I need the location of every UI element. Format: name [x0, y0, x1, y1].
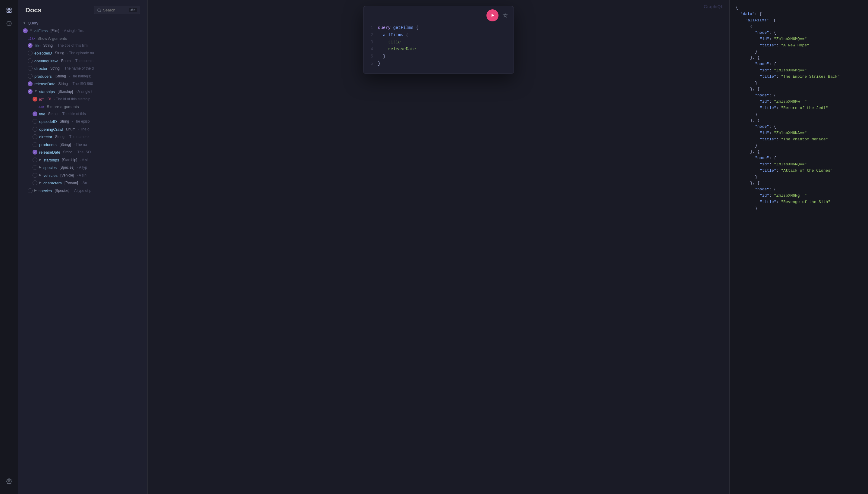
sub-characters-expand: ▶: [39, 180, 42, 185]
node1-close: }: [736, 49, 862, 55]
title-check: ✓: [28, 43, 33, 48]
openingcrawl-name: openingCrawl: [34, 58, 58, 64]
main-area: GraphiQL 1 query getFilms { 2 allFilm: [148, 0, 730, 494]
sub-starships-type: [Starship]: [61, 157, 77, 163]
sub-openingcrawl-check: [33, 127, 37, 132]
openingcrawl-check: [28, 58, 33, 63]
svg-point-5: [8, 481, 10, 482]
openingcrawl-desc: · The openin: [72, 58, 93, 63]
species-top-check: [28, 188, 33, 193]
sub-episodeid-field[interactable]: episodeID String · The episo: [18, 118, 147, 126]
node5-id: "id": "ZmlsbXM6NQ==": [736, 162, 862, 168]
episodeid-field[interactable]: episodeID String · The episode nu: [18, 50, 147, 57]
title-name: title: [34, 43, 40, 49]
sub-characters-type: [Person]: [63, 180, 78, 186]
sub-releasedate-name: releaseDate: [39, 149, 60, 155]
svg-rect-1: [10, 8, 11, 10]
editor-toolbar: [364, 6, 514, 24]
docs-sidebar-icon[interactable]: [4, 5, 15, 16]
allfilms-type: [Film]: [50, 28, 59, 34]
results-panel: { "data": { "allFilms": [ { "node": { "i…: [730, 0, 868, 494]
code-line-6: 6 }: [368, 60, 509, 68]
line-num-5: 5: [368, 53, 373, 60]
sub-vehicles-type: [Vehicle]: [59, 173, 74, 178]
code-line-1: 1 query getFilms {: [368, 24, 509, 32]
line-content-1: query getFilms {: [378, 24, 418, 32]
sub-producers-field[interactable]: producers [String] · The na: [18, 141, 147, 149]
sub-openingcrawl-field[interactable]: openingCrawl Enum · The o: [18, 126, 147, 133]
sub-characters-field[interactable]: ▶ characters [Person] · An: [18, 179, 147, 187]
node5-close: }: [736, 174, 862, 180]
sub-starships-field[interactable]: ▶ starships [Starship] · A si: [18, 156, 147, 164]
sub-releasedate-field[interactable]: ✓ releaseDate String · The ISO: [18, 149, 147, 156]
director-desc: · The name of the d: [61, 66, 94, 71]
openingcrawl-field[interactable]: openingCrawl Enum · The openin: [18, 57, 147, 65]
allfilms-item[interactable]: ✓ ▼ allFilms [Film] · A single film.: [18, 27, 147, 35]
sub-vehicles-check: [33, 173, 37, 178]
species-top-expand: ▶: [34, 188, 37, 192]
history-sidebar-icon[interactable]: [4, 18, 15, 29]
settings-sidebar-icon[interactable]: [4, 476, 15, 487]
line-num-4: 4: [368, 46, 373, 53]
species-top-field[interactable]: ▶ species [Species] · A type of p: [18, 187, 147, 195]
node3-item-close: }, {: [736, 117, 862, 124]
sub-director-name: director: [39, 134, 52, 140]
query-text: Query: [28, 21, 38, 25]
sub-episodeid-type: String: [59, 119, 69, 124]
sub-starships-desc: · A si: [79, 157, 88, 163]
director-type: String: [49, 66, 60, 71]
sub-director-check: [33, 134, 37, 139]
code-line-5: 5 }: [368, 53, 509, 60]
sub-vehicles-field[interactable]: ▶ vehicles [Vehicle] · A sin: [18, 172, 147, 179]
sub-vehicles-name: vehicles: [43, 173, 58, 178]
results-root-open: {: [736, 5, 862, 11]
query-label[interactable]: ▼ Query: [23, 20, 143, 26]
args-icon: ◇▷▷: [28, 36, 35, 40]
node3-title: "title": "Return of the Jedi": [736, 105, 862, 111]
code-editor[interactable]: 1 query getFilms { 2 allFilms { 3 title …: [364, 24, 514, 74]
allfilms-name: allFilms: [34, 28, 48, 34]
sub-characters-desc: · An: [80, 180, 87, 186]
node1-title: "title": "A New Hope": [736, 42, 862, 49]
node5-item-close: }, {: [736, 180, 862, 187]
sub-species-desc: · A typ: [76, 165, 87, 170]
sub-characters-check: [33, 180, 37, 185]
run-button[interactable]: [486, 10, 498, 21]
show-arguments-row[interactable]: ◇▷▷ Show Arguments: [18, 35, 147, 42]
code-line-3: 3 title: [368, 39, 509, 46]
sub-characters-name: characters: [43, 180, 62, 186]
results-data-key: "data": {: [736, 11, 862, 17]
node5-key: "node": {: [736, 155, 862, 162]
sub-director-field[interactable]: director String · The name o: [18, 133, 147, 141]
sub-director-type: String: [54, 134, 64, 139]
starships-id-field[interactable]: ✓ id* ID! · The id of this starship.: [18, 95, 147, 103]
search-shortcut: ⌘K: [129, 8, 137, 12]
releasedate-desc: · The ISO 860: [70, 81, 93, 87]
producers-field[interactable]: producers [String] · The name(s): [18, 73, 147, 80]
releasedate-name: releaseDate: [34, 81, 55, 87]
releasedate-field[interactable]: ✓ releaseDate String · The ISO 860: [18, 80, 147, 88]
prettify-button[interactable]: [501, 11, 509, 20]
line-num-3: 3: [368, 39, 373, 46]
search-input[interactable]: [103, 8, 127, 12]
starships-id-check: ✓: [33, 97, 37, 101]
starships-id-name: id*: [39, 96, 44, 102]
director-field[interactable]: director String · The name of the d: [18, 65, 147, 73]
producers-type: [String]: [54, 74, 66, 79]
species-top-desc: · A type of p: [71, 188, 91, 193]
search-box[interactable]: ⌘K: [94, 6, 140, 14]
sub-species-field[interactable]: ▶ species [Species] · A typ: [18, 164, 147, 172]
title-field[interactable]: ✓ title String · The title of this film.: [18, 42, 147, 50]
sidebar: [0, 0, 18, 494]
sub-director-desc: · The name o: [66, 134, 89, 139]
sub-episodeid-name: episodeID: [39, 119, 57, 125]
more-args-row[interactable]: ◇▷▷ 5 more arguments: [18, 103, 147, 110]
sub-openingcrawl-name: openingCrawl: [39, 127, 63, 133]
sub-title-field[interactable]: ✓ title String · The title of this: [18, 110, 147, 118]
sub-producers-desc: · The na: [73, 142, 87, 147]
node6-key: "node": {: [736, 187, 862, 193]
sub-starships-expand: ▶: [39, 157, 42, 162]
starships-field[interactable]: ✓ ▼ starships [Starship] · A single t: [18, 88, 147, 96]
node4-item-close: }, {: [736, 149, 862, 155]
starships-check: ✓: [28, 89, 33, 94]
